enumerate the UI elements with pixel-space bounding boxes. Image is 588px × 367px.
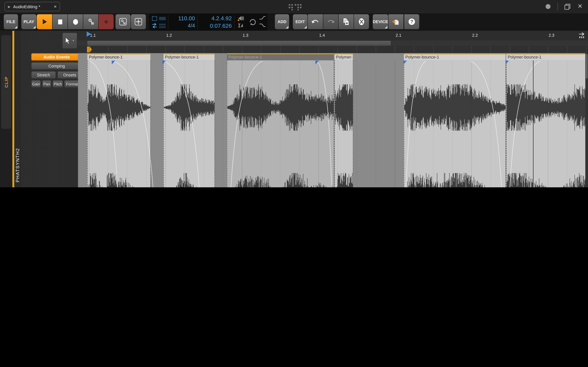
record-button[interactable]	[68, 14, 83, 29]
beat-tick	[184, 46, 185, 53]
position-display[interactable]: 4.2.4.92	[199, 15, 232, 21]
playhead-marker[interactable]	[87, 32, 92, 37]
window-close-button[interactable]: ✕	[578, 3, 582, 10]
arranger-vscrollbar-thumb[interactable]	[586, 54, 588, 79]
delete-button[interactable]	[354, 14, 369, 29]
project-tab-close-icon[interactable]: ×	[54, 4, 57, 9]
ruler-mark: 2.3	[549, 33, 554, 37]
tab-clip-label: CLIP	[4, 76, 9, 88]
clip-header[interactable]: Polymer-bounce-1	[227, 53, 334, 60]
play-icon	[42, 19, 47, 25]
automation-follow-icon[interactable]	[259, 15, 266, 21]
ruler-mark: 1.4	[319, 33, 325, 37]
device-menu-button[interactable]: DEVICE	[373, 14, 388, 29]
undo-icon	[311, 19, 320, 25]
beat-tick	[204, 46, 204, 53]
insert-device-button[interactable]	[389, 14, 404, 29]
arranger-vscrollbar[interactable]	[585, 53, 588, 187]
stop-button[interactable]	[52, 14, 67, 29]
beat-tick	[280, 46, 281, 53]
automation-add-icon	[135, 18, 142, 25]
window-restore-button[interactable]	[564, 4, 571, 10]
overdub-button[interactable]: W	[83, 14, 98, 29]
track-color-bar	[12, 31, 14, 187]
window-minimize-button[interactable]	[546, 4, 551, 9]
automation-add-button[interactable]	[131, 14, 146, 29]
zoom-scrollbar[interactable]	[78, 41, 588, 46]
beat-tick	[452, 46, 453, 53]
zoom-scrollbar-thumb[interactable]	[87, 41, 391, 46]
add-menu-button[interactable]: ADD	[275, 14, 289, 29]
duplicate-button[interactable]	[339, 14, 354, 29]
beat-tick	[127, 46, 128, 53]
help-button[interactable]: ?	[404, 14, 419, 29]
titlebar: ▶ AudioEditing * × ✕	[0, 0, 588, 14]
play-menu-button[interactable]: PLAY	[21, 14, 36, 29]
edit-menu-button[interactable]: EDIT	[293, 14, 307, 29]
pan-button[interactable]: Pan	[42, 80, 51, 88]
transport-divider3	[234, 15, 234, 29]
time-display[interactable]: 0:07.626	[199, 23, 232, 29]
clip-headers-row: Polymer-bounce-1Polymer-bounce-1Polymer-…	[78, 53, 588, 60]
cursor-tool-button[interactable]: ▼	[62, 33, 77, 49]
clip-header[interactable]: Polymer-bounce-1	[404, 53, 505, 60]
punch-in-icon[interactable]	[236, 15, 244, 21]
audio-events-button[interactable]: Audio Events	[31, 53, 82, 61]
automation-touch-icon[interactable]	[259, 23, 266, 28]
redo-button[interactable]	[323, 14, 338, 29]
beat-tick	[376, 46, 376, 53]
tab-clip[interactable]: CLIP	[1, 35, 11, 129]
beat-tick	[586, 46, 587, 53]
record-add-button[interactable]: +	[99, 14, 113, 29]
record-add-plus-icon: +	[104, 17, 108, 26]
stretch-button[interactable]: Stretch	[31, 71, 56, 79]
tab-track[interactable]: TRACK	[1, 178, 11, 187]
cursor-tool-dropdown-icon: ▼	[72, 39, 75, 42]
beat-tick	[223, 46, 223, 53]
clip-header[interactable]: Polymer-bounce-1	[506, 53, 588, 60]
project-tab-title: AudioEditing *	[13, 4, 40, 9]
follow-playhead-icon[interactable]	[578, 32, 587, 38]
loop-start-marker[interactable]	[87, 46, 92, 53]
overdub-icon: W	[87, 18, 94, 25]
arranger-waveform-canvas[interactable]	[78, 53, 588, 187]
arranger-track-name[interactable]: PHATSYNTH2	[15, 111, 20, 182]
main-area: CLIP TRACK PHATSYNTH2 ▼ Audio Events Com…	[0, 31, 588, 187]
project-tab[interactable]: ▶ AudioEditing * ×	[5, 2, 60, 11]
loop-icon[interactable]	[248, 18, 258, 26]
ruler-mark: 2.1	[396, 33, 401, 37]
pitch-button[interactable]: Pitch	[52, 80, 63, 88]
ruler-mark: 2.2	[472, 33, 478, 37]
beat-tick	[567, 46, 567, 53]
punch-out-icon[interactable]	[236, 23, 244, 28]
file-menu-button[interactable]: FILE	[4, 14, 18, 29]
comping-button[interactable]: Comping	[31, 62, 82, 70]
beat-tick	[548, 46, 548, 53]
beat-tick	[146, 46, 147, 53]
beat-tick	[318, 46, 319, 53]
beat-tick	[89, 46, 89, 53]
beat-tick	[108, 46, 108, 53]
ruler-mark: 1.3	[243, 33, 249, 37]
timeline-ruler[interactable]: 1.11.21.31.42.12.22.3	[78, 31, 588, 41]
play-button[interactable]	[37, 14, 52, 29]
clip-header[interactable]: Polymer-bounce-1	[87, 53, 150, 60]
record-icon	[73, 19, 78, 25]
redo-icon	[327, 19, 335, 25]
beat-ruler[interactable]	[78, 46, 588, 53]
tempo-display[interactable]: 110.00	[170, 15, 195, 21]
time-signature-display[interactable]: 4/4	[170, 23, 195, 28]
cursor-tool-icon	[65, 37, 71, 44]
clip-header[interactable]: Polymer-bounce-1	[164, 53, 214, 60]
transport-divider	[168, 15, 168, 29]
automation-write-button[interactable]: W	[115, 14, 130, 29]
undo-button[interactable]	[308, 14, 323, 29]
beat-tick	[529, 46, 529, 53]
clip-header[interactable]: Polymer-	[335, 53, 353, 60]
gain-button[interactable]: Gain	[31, 80, 41, 88]
beat-tick	[510, 46, 510, 53]
transport-display: 110.00 4/4 4.2.4.92 0:07.626	[149, 14, 268, 31]
beat-tick	[491, 46, 491, 53]
io-activity-icon	[152, 23, 166, 29]
svg-text:W: W	[123, 22, 126, 25]
